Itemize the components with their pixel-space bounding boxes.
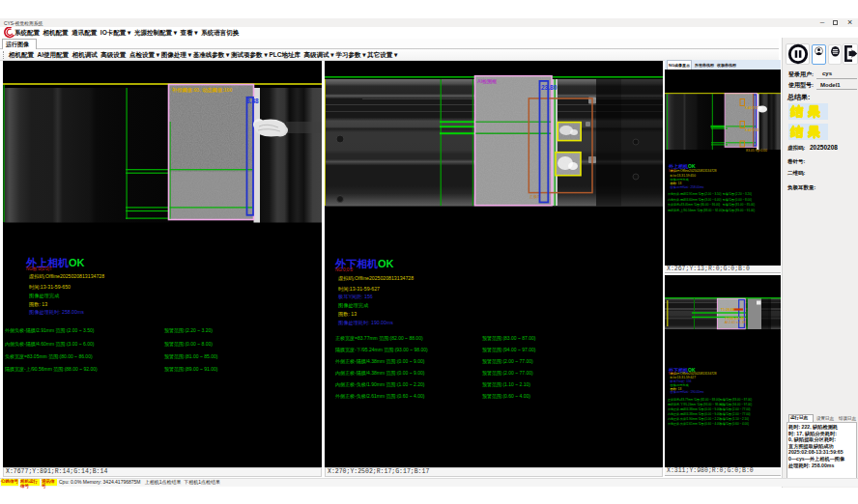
svg-text:T1:28.88: T1:28.88 [721,308,734,312]
svg-text:补偿阈值:93, 动态阈值:100: 补偿阈值:93, 动态阈值:100 [171,87,232,94]
svg-text:23.80: 23.80 [541,84,558,91]
svg-text:X:40 Y:13: X:40 Y:13 [745,106,758,110]
svg-text:8.48: 8.48 [246,98,259,104]
svg-text:AI检测框: AI检测框 [477,78,497,85]
svg-text:83.05 Rp:0.00: 83.05 Rp:0.00 [746,149,767,153]
svg-text:AI:2.61 s:4.38: AI:2.61 s:4.38 [725,321,746,324]
svg-text:X:40 Y:13: X:40 Y:13 [745,128,758,132]
